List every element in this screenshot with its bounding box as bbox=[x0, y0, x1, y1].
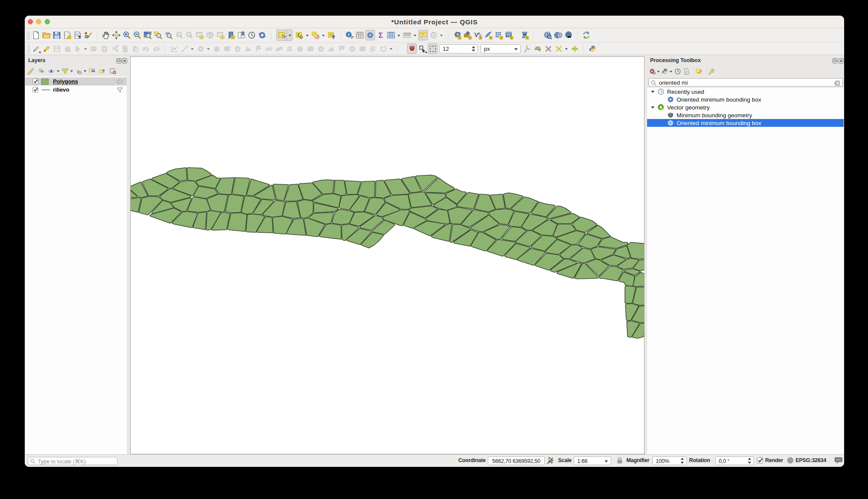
tree-row-oriented-minimum-bounding-box[interactable]: Oriented minimum bounding box bbox=[647, 119, 844, 127]
digitize-circle-dropdown[interactable] bbox=[206, 43, 211, 54]
processing-float-button[interactable] bbox=[832, 58, 838, 63]
enable-tracing-dropdown[interactable] bbox=[564, 43, 569, 54]
annotations-button[interactable] bbox=[429, 30, 438, 40]
metasearch-button[interactable] bbox=[543, 30, 552, 40]
adv-11-button[interactable] bbox=[316, 43, 326, 54]
pan-to-selection-button[interactable] bbox=[112, 30, 121, 40]
add-rectangle-button[interactable] bbox=[89, 43, 99, 54]
undo-button[interactable] bbox=[141, 43, 151, 54]
stream-digitize-dropdown[interactable] bbox=[83, 43, 89, 54]
open-project-button[interactable] bbox=[42, 30, 51, 40]
new-3d-map-view-button[interactable] bbox=[205, 30, 215, 40]
digitize-circle-button[interactable] bbox=[196, 43, 205, 54]
adv-10-button[interactable] bbox=[306, 43, 315, 54]
refresh-map-button[interactable] bbox=[257, 30, 267, 40]
filter-by-expression-button[interactable]: ε bbox=[74, 66, 83, 76]
memory-layer-indicator-icon[interactable] bbox=[117, 79, 123, 85]
filter-by-expression-dropdown[interactable] bbox=[84, 66, 87, 76]
style-manager-button[interactable] bbox=[83, 30, 93, 40]
layers-float-button[interactable] bbox=[116, 58, 122, 63]
statistical-summary-button[interactable]: Σ bbox=[376, 30, 385, 40]
deselect-features-dropdown[interactable] bbox=[321, 30, 326, 40]
spinner-arrows-icon[interactable] bbox=[471, 45, 476, 53]
adv-8-button[interactable] bbox=[285, 43, 294, 54]
pan-map-button[interactable] bbox=[101, 30, 111, 40]
magnifier-spinbox[interactable]: 100% bbox=[652, 456, 687, 465]
data-source-manager-button[interactable] bbox=[452, 30, 462, 40]
stream-digitize-button[interactable] bbox=[73, 43, 82, 54]
adv-15-button[interactable] bbox=[358, 43, 367, 54]
open-attribute-table-dd-dropdown[interactable] bbox=[396, 30, 402, 40]
spinner-arrows-icon[interactable] bbox=[747, 457, 752, 464]
new-spatial-bookmark-button[interactable] bbox=[226, 30, 236, 40]
models-button[interactable] bbox=[648, 66, 656, 76]
disable-snapping-button[interactable] bbox=[543, 43, 553, 54]
zoom-out-button[interactable] bbox=[132, 30, 142, 40]
toggle-editing-button[interactable] bbox=[42, 43, 51, 54]
copy-features-button[interactable] bbox=[120, 43, 130, 54]
expander-icon[interactable] bbox=[651, 91, 654, 93]
new-project-button[interactable] bbox=[31, 30, 41, 40]
layer-row-polygons[interactable]: Polygons bbox=[25, 77, 127, 86]
expand-all-button[interactable] bbox=[88, 66, 96, 76]
select-features-splitbutton[interactable] bbox=[276, 30, 293, 41]
add-postgis-layer-button[interactable] bbox=[504, 30, 514, 40]
add-raster-layer-button[interactable] bbox=[473, 30, 483, 40]
snapping-mode-dropdown-icon[interactable] bbox=[425, 52, 427, 53]
tree-row-oriented-minimum-bounding-box[interactable]: Oriented minimum bounding box bbox=[647, 96, 844, 103]
manage-map-themes-dropdown[interactable] bbox=[57, 66, 60, 76]
map-tips-button[interactable] bbox=[418, 30, 428, 40]
snapping-unit-combo[interactable]: px bbox=[480, 44, 521, 53]
tree-row-minimum-bounding-geometry[interactable]: Minimum bounding geometry bbox=[647, 111, 844, 119]
show-layout-manager-button[interactable] bbox=[73, 30, 82, 40]
python-scripts-button[interactable] bbox=[661, 66, 669, 76]
coordinate-field[interactable]: 5662,70 6369592,50 bbox=[488, 456, 545, 465]
enable-tracing-button[interactable] bbox=[554, 43, 563, 54]
adv-3-button[interactable] bbox=[233, 43, 242, 54]
adv-9-button[interactable] bbox=[295, 43, 305, 54]
save-project-button[interactable] bbox=[52, 30, 62, 40]
splitter-left[interactable] bbox=[127, 55, 130, 454]
messages-icon[interactable] bbox=[834, 457, 843, 465]
adv-16-button[interactable] bbox=[368, 43, 378, 54]
processing-close-button[interactable] bbox=[838, 58, 844, 63]
layer-checkbox[interactable] bbox=[33, 87, 38, 93]
annotations-dropdown[interactable] bbox=[439, 30, 444, 40]
open-layer-styling-button[interactable] bbox=[26, 66, 35, 76]
adv-14-button[interactable] bbox=[347, 43, 357, 54]
filter-indicator-icon[interactable] bbox=[117, 87, 123, 93]
new-elevation-profile-button[interactable] bbox=[216, 30, 225, 40]
lock-scale-icon[interactable] bbox=[616, 457, 623, 464]
zoom-last-button[interactable] bbox=[174, 30, 184, 40]
tree-row-vector-geometry[interactable]: Vector geometry bbox=[647, 103, 844, 111]
current-edits-dropdown-icon[interactable] bbox=[39, 52, 41, 53]
models-dropdown[interactable] bbox=[657, 66, 661, 76]
options-button[interactable] bbox=[707, 66, 715, 76]
rotation-spinbox[interactable]: 0,0 ° bbox=[715, 456, 754, 465]
zoom-to-layer-button[interactable] bbox=[164, 30, 173, 40]
map-canvas[interactable] bbox=[130, 56, 644, 454]
select-by-expression-button[interactable] bbox=[295, 30, 304, 40]
add-delimited-text-layer-button[interactable] bbox=[494, 30, 503, 40]
layer-checkbox[interactable] bbox=[33, 79, 38, 84]
layers-close-button[interactable] bbox=[122, 58, 127, 63]
filter-legend-button[interactable] bbox=[61, 66, 69, 76]
select-by-form-button[interactable] bbox=[327, 30, 336, 40]
open-attribute-table-dd-button[interactable] bbox=[386, 30, 396, 40]
redo-button[interactable] bbox=[151, 43, 161, 54]
new-print-layout-button[interactable] bbox=[62, 30, 72, 40]
add-vector-layer-button[interactable] bbox=[463, 30, 472, 40]
deselect-features-button[interactable] bbox=[311, 30, 320, 40]
web-services-button[interactable] bbox=[553, 30, 563, 40]
temporal-controller-button[interactable] bbox=[247, 30, 256, 40]
tree-row-recently-used[interactable]: Recently used bbox=[647, 88, 844, 96]
snapping-mode-button[interactable] bbox=[418, 43, 427, 54]
python-console-button[interactable] bbox=[588, 43, 597, 54]
digitize-shape-button[interactable] bbox=[62, 43, 72, 54]
scale-combo[interactable]: 1:66 bbox=[574, 456, 611, 465]
open-attribute-table-button[interactable] bbox=[355, 30, 365, 40]
zoom-next-button[interactable] bbox=[184, 30, 194, 40]
snap-on-intersection-button[interactable] bbox=[570, 43, 579, 54]
paste-features-button[interactable] bbox=[131, 43, 140, 54]
digitize-line-dropdown[interactable] bbox=[190, 43, 195, 54]
